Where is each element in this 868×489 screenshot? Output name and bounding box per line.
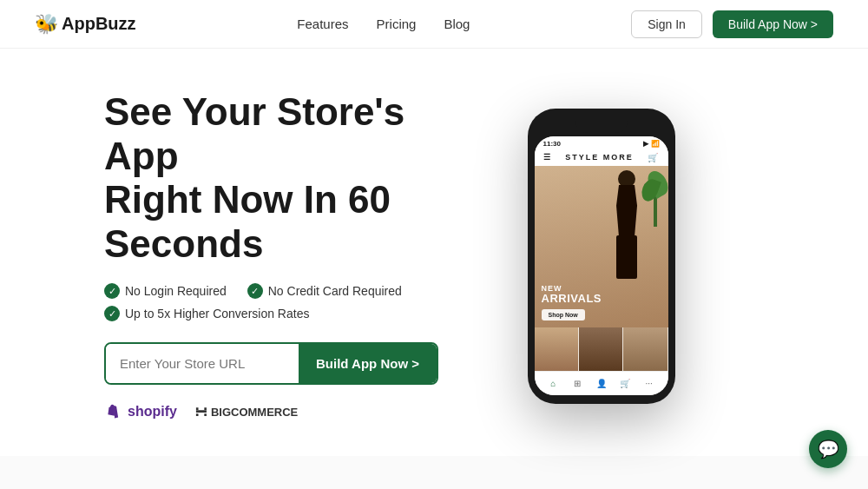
- hero-section: See Your Store's App Right Now In 60 Sec…: [0, 49, 868, 456]
- shopify-label: shopify: [128, 404, 177, 420]
- hero-badges: ✓ No Login Required ✓ No Credit Card Req…: [104, 283, 438, 321]
- check-icon-3: ✓: [104, 306, 120, 321]
- badge-conversion: ✓ Up to 5x Higher Conversion Rates: [104, 306, 309, 321]
- phone-banner: NEW ARRIVALS Shop Now: [535, 166, 668, 327]
- phone-notch: [575, 117, 628, 133]
- nav-profile: 👤: [595, 377, 608, 389]
- hero-form: Build App Now >: [104, 342, 438, 385]
- brand-logo[interactable]: 🐝 AppBuzz: [35, 13, 136, 36]
- hero-left: See Your Store's App Right Now In 60 Sec…: [104, 90, 438, 421]
- nav-blog[interactable]: Blog: [444, 17, 470, 31]
- store-url-input[interactable]: [106, 344, 299, 383]
- badge-no-login-label: No Login Required: [125, 284, 227, 298]
- build-app-nav-button[interactable]: Build App Now >: [713, 10, 833, 38]
- nav-right: Sign In Build App Now >: [631, 10, 833, 38]
- phone-screen: 11:30 ▶ 📶 ☰ STYLE MORE 🛒: [535, 136, 668, 395]
- phone-content: NEW ARRIVALS Shop Now: [535, 166, 668, 371]
- thumbnail-strip: [535, 327, 668, 371]
- shopify-logo: shopify: [104, 402, 177, 421]
- thumb-3: [623, 327, 667, 371]
- section2: More Than 70% of Your Traffic Is Coming …: [0, 456, 868, 489]
- signin-button[interactable]: Sign In: [631, 10, 702, 38]
- phone-mockup: 11:30 ▶ 📶 ☰ STYLE MORE 🛒: [528, 109, 675, 404]
- bigcommerce-label: BIGCOMMERCE: [211, 406, 298, 419]
- phone-status-bar: 11:30 ▶ 📶: [535, 136, 668, 149]
- nav-pricing[interactable]: Pricing: [377, 17, 417, 31]
- bee-icon: 🐝: [35, 13, 58, 36]
- badge-no-credit-label: No Credit Card Required: [268, 284, 402, 298]
- phone-header-inner: ☰ STYLE MORE 🛒: [543, 153, 660, 162]
- store-name: STYLE MORE: [565, 153, 634, 162]
- cart-icon: 🛒: [648, 153, 660, 162]
- nav-more: ···: [643, 377, 655, 389]
- phone-bottom-nav: ⌂ ⊞ 👤 🛒 ···: [535, 371, 668, 395]
- nav-cart: 🛒: [619, 377, 631, 389]
- chat-icon: 💬: [818, 439, 839, 459]
- thumb-1: [535, 327, 579, 371]
- check-icon-2: ✓: [247, 283, 263, 299]
- badge-conversion-label: Up to 5x Higher Conversion Rates: [125, 307, 309, 320]
- build-app-hero-button[interactable]: Build App Now >: [299, 344, 437, 383]
- phone-time: 11:30: [543, 140, 561, 148]
- hero-right: 11:30 ▶ 📶 ☰ STYLE MORE 🛒: [438, 109, 799, 404]
- menu-icon: ☰: [543, 153, 552, 162]
- chat-button[interactable]: 💬: [809, 430, 847, 468]
- phone-banner-text: NEW ARRIVALS Shop Now: [542, 285, 602, 320]
- bc-icon: ∺: [194, 402, 207, 421]
- thumb-2: [579, 327, 623, 371]
- badge-no-credit: ✓ No Credit Card Required: [247, 283, 402, 299]
- nav-features[interactable]: Features: [297, 17, 348, 31]
- banner-arrivals: ARRIVALS: [542, 293, 602, 305]
- shopify-icon: [104, 402, 123, 421]
- platform-logos: shopify ∺ BIGCOMMERCE: [104, 402, 438, 421]
- check-icon-1: ✓: [104, 283, 120, 299]
- phone-header: ☰ STYLE MORE 🛒: [535, 149, 668, 166]
- hero-title: See Your Store's App Right Now In 60 Sec…: [104, 90, 438, 266]
- phone-signal: ▶ 📶: [643, 140, 659, 148]
- shop-now-button[interactable]: Shop Now: [542, 309, 585, 320]
- nav-grid: ⊞: [571, 377, 583, 389]
- brand-name: AppBuzz: [62, 14, 136, 34]
- nav-links: Features Pricing Blog: [297, 17, 470, 32]
- plant-decoration: [642, 166, 668, 227]
- nav-home: ⌂: [547, 377, 559, 389]
- bigcommerce-logo: ∺ BIGCOMMERCE: [194, 402, 298, 421]
- badge-no-login: ✓ No Login Required: [104, 283, 227, 299]
- navbar: 🐝 AppBuzz Features Pricing Blog Sign In …: [0, 0, 868, 49]
